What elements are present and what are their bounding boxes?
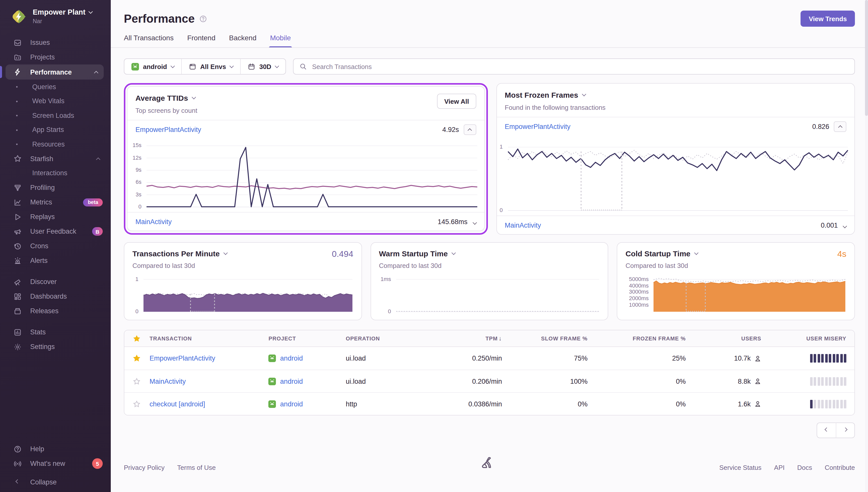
sidebar-item-profiling[interactable]: Profiling — [0, 180, 111, 195]
sidebar-item-help[interactable]: Help — [0, 442, 111, 456]
android-icon — [269, 354, 276, 362]
help-icon — [13, 445, 22, 453]
warm-startup-card: Warm Startup Time Compared to last 30d 1… — [370, 242, 608, 320]
footer: Privacy Policy Terms of Use Service Stat… — [124, 457, 855, 477]
chevron-up-icon — [96, 157, 100, 162]
column-header-project[interactable]: PROJECT — [269, 336, 346, 341]
sidebar-item-stats[interactable]: Stats — [0, 325, 111, 339]
users-cell: 8.8k — [691, 377, 766, 385]
page-title: Performance — [124, 12, 195, 25]
sidebar-item-screen-loads[interactable]: Screen Loads — [0, 108, 111, 123]
sidebar-item-alerts[interactable]: Alerts — [0, 253, 111, 268]
terms-of-use-link[interactable]: Terms of Use — [177, 464, 216, 471]
sidebar-item-dashboards[interactable]: Dashboards — [0, 289, 111, 304]
sidebar-nav: Issues Projects Performance Queries Web … — [0, 35, 111, 492]
transaction-link[interactable]: EmpowerPlantActivity — [135, 126, 201, 133]
column-header-slow-frame[interactable]: SLOW FRAME % — [507, 336, 593, 341]
sidebar-item-replays[interactable]: Replays — [0, 210, 111, 224]
column-header-user-misery[interactable]: USER MISERY — [766, 336, 854, 341]
sidebar-item-label: Help — [30, 445, 44, 453]
transaction-link[interactable]: MainActivity — [150, 377, 186, 385]
project-filter[interactable]: android — [124, 59, 181, 74]
sidebar-item-projects[interactable]: Projects — [0, 50, 111, 65]
star-toggle[interactable] — [124, 400, 149, 408]
collapse-chart-button[interactable] — [463, 124, 476, 135]
warm-startup-title[interactable]: Warm Startup Time — [379, 249, 599, 258]
privacy-policy-link[interactable]: Privacy Policy — [124, 464, 164, 471]
next-page-button[interactable] — [836, 422, 855, 438]
project-cell[interactable]: android — [269, 354, 346, 362]
user-misery-bars — [766, 377, 854, 386]
sidebar-item-queries[interactable]: Queries — [0, 79, 111, 94]
sidebar-item-user-feedback[interactable]: User Feedback B — [0, 224, 111, 239]
star-toggle[interactable] — [124, 377, 149, 385]
transaction-link[interactable]: checkout [android] — [150, 400, 205, 408]
collapse-chart-button[interactable] — [834, 121, 846, 132]
scrollbar[interactable] — [865, 0, 868, 492]
service-status-link[interactable]: Service Status — [719, 464, 762, 471]
user-misery-bars — [766, 400, 854, 408]
tab-mobile[interactable]: Mobile — [270, 34, 291, 48]
chevron-down-icon — [171, 64, 175, 68]
average-ttids-title[interactable]: Average TTIDs — [135, 94, 197, 102]
tpm-cell: 0.250/min — [432, 354, 507, 362]
most-frozen-frames-card: Most Frozen Frames Found in the followin… — [496, 83, 855, 235]
user-misery-bars — [766, 354, 854, 363]
project-cell[interactable]: android — [269, 400, 346, 408]
android-icon — [269, 377, 276, 385]
table-header-row: TRANSACTION PROJECT OPERATION TPM↓ SLOW … — [124, 330, 854, 347]
api-link[interactable]: API — [774, 464, 785, 471]
tab-backend[interactable]: Backend — [229, 34, 257, 48]
sidebar-item-issues[interactable]: Issues — [0, 35, 111, 50]
column-header-transaction[interactable]: TRANSACTION — [149, 336, 269, 341]
contribute-link[interactable]: Contribute — [825, 464, 855, 471]
search-input[interactable] — [311, 62, 848, 71]
expand-chart-button[interactable] — [843, 221, 846, 229]
most-frozen-frames-title[interactable]: Most Frozen Frames — [505, 91, 606, 99]
view-all-button[interactable]: View All — [437, 94, 476, 109]
star-column-header[interactable] — [124, 335, 149, 342]
transaction-link[interactable]: MainActivity — [505, 221, 541, 229]
expand-chart-button[interactable] — [473, 218, 476, 225]
star-toggle[interactable] — [124, 354, 149, 362]
sidebar-item-discover[interactable]: Discover — [0, 274, 111, 289]
cold-startup-title[interactable]: Cold Startup Time — [626, 249, 846, 258]
siren-icon — [13, 256, 22, 265]
clock-icon — [13, 242, 22, 250]
tab-frontend[interactable]: Frontend — [187, 34, 215, 48]
column-header-frozen-frame[interactable]: FROZEN FRAME % — [593, 336, 691, 341]
tpm-title[interactable]: Transactions Per Minute — [132, 249, 353, 258]
sidebar-item-performance[interactable]: Performance — [5, 65, 104, 79]
sidebar-item-resources[interactable]: Resources — [0, 137, 111, 151]
date-range-filter[interactable]: 30D — [240, 59, 285, 74]
transaction-link[interactable]: MainActivity — [135, 218, 172, 225]
prev-page-button[interactable] — [817, 422, 836, 438]
sidebar-item-crons[interactable]: Crons — [0, 239, 111, 253]
environment-filter[interactable]: All Envs — [181, 59, 240, 74]
sidebar-collapse-button[interactable]: Collapse — [0, 477, 111, 492]
transaction-link[interactable]: EmpowerPlantActivity — [150, 354, 215, 362]
sidebar-item-settings[interactable]: Settings — [0, 339, 111, 354]
sidebar-item-starfish[interactable]: Starfish — [0, 151, 111, 166]
project-cell[interactable]: android — [269, 377, 346, 385]
sidebar-item-app-starts[interactable]: App Starts — [0, 123, 111, 137]
sidebar-item-metrics[interactable]: Metrics beta — [0, 195, 111, 210]
sidebar-item-whats-new[interactable]: What's new 5 — [0, 456, 111, 471]
scrollbar-thumb[interactable] — [865, 0, 868, 116]
view-trends-button[interactable]: View Trends — [801, 10, 855, 27]
column-header-operation[interactable]: OPERATION — [346, 336, 432, 341]
telescope-icon — [13, 277, 22, 286]
tab-all-transactions[interactable]: All Transactions — [124, 34, 174, 48]
transaction-link[interactable]: EmpowerPlantActivity — [505, 123, 570, 130]
page-help-icon[interactable] — [199, 15, 207, 22]
org-switcher[interactable]: Empower Plant Nar — [0, 0, 111, 25]
column-header-users[interactable]: USERS — [691, 336, 766, 341]
sidebar-item-web-vitals[interactable]: Web Vitals — [0, 94, 111, 108]
sidebar-item-releases[interactable]: Releases — [0, 304, 111, 318]
app-root: Empower Plant Nar Issues Projects Perfor… — [0, 0, 868, 492]
column-header-tpm[interactable]: TPM↓ — [432, 335, 507, 342]
beta-badge: beta — [83, 198, 103, 206]
star-icon — [13, 154, 22, 163]
docs-link[interactable]: Docs — [797, 464, 812, 471]
sidebar-item-interactions[interactable]: Interactions — [0, 166, 111, 180]
